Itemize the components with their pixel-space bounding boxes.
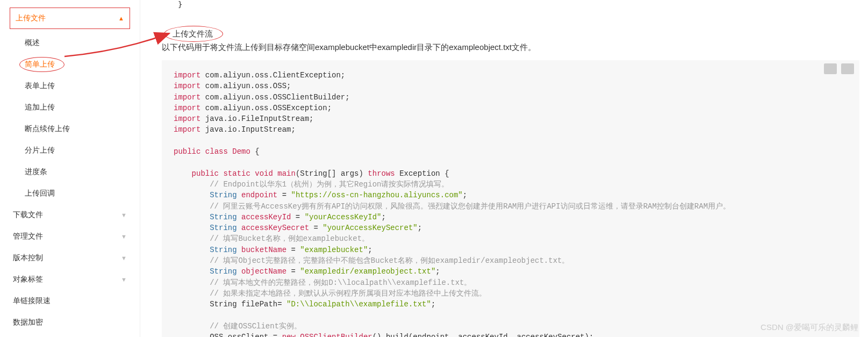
chevron-up-icon: ▲ bbox=[118, 15, 124, 21]
nav-item-overview[interactable]: 概述 bbox=[0, 32, 140, 54]
code-line bbox=[174, 310, 848, 321]
code-line: import com.aliyun.oss.OSSClientBuilder; bbox=[174, 92, 848, 103]
nav-group-version[interactable]: 版本控制 ▼ bbox=[0, 247, 140, 269]
code-line: import java.io.InputStream; bbox=[174, 124, 848, 135]
section-desc: 以下代码用于将文件流上传到目标存储空间examplebucket中example… bbox=[162, 42, 868, 53]
code-line: String filePath= "D:\\localpath\\example… bbox=[174, 299, 848, 310]
section-title: 上传文件流 bbox=[173, 29, 213, 39]
bullet-icon bbox=[162, 33, 165, 36]
nav-group-download[interactable]: 下载文件 ▼ bbox=[0, 204, 140, 226]
nav-item-append-upload[interactable]: 追加上传 bbox=[0, 97, 140, 118]
sidebar: 上传文件 ▲ 概述 简单上传 表单上传 追加上传 断点续传上传 分片上传 进度条… bbox=[0, 0, 140, 337]
code-line: import java.io.FileInputStream; bbox=[174, 113, 848, 124]
code-actions bbox=[824, 63, 854, 74]
code-line: // 填写Object完整路径，完整路径中不能包含Bucket名称，例如exam… bbox=[174, 255, 848, 266]
nav-sub-upload: 概述 简单上传 表单上传 追加上传 断点续传上传 分片上传 进度条 上传回调 bbox=[0, 32, 140, 204]
code-line: // 填写本地文件的完整路径，例如D:\\localpath\\examplef… bbox=[174, 277, 848, 288]
code-line: String accessKeyId = "yourAccessKeyId"; bbox=[174, 212, 848, 223]
code-line: // 如果未指定本地路径，则默认从示例程序所属项目对应本地路径中上传文件流。 bbox=[174, 288, 848, 299]
section-header: 上传文件流 bbox=[162, 29, 868, 39]
nav-item-callback[interactable]: 上传回调 bbox=[0, 183, 140, 204]
nav-group-encrypt[interactable]: 数据加密 bbox=[0, 312, 140, 333]
nav-group-upload-label: 上传文件 bbox=[16, 13, 46, 23]
code-line bbox=[174, 135, 848, 146]
code-line: import com.aliyun.oss.OSSException; bbox=[174, 103, 848, 113]
nav-item-form-upload[interactable]: 表单上传 bbox=[0, 75, 140, 97]
code-block: import com.aliyun.oss.ClientException; i… bbox=[162, 60, 859, 337]
chevron-down-icon: ▼ bbox=[121, 255, 127, 261]
chevron-down-icon: ▼ bbox=[121, 233, 127, 240]
prev-code-end: } bbox=[162, 0, 868, 13]
nav-group-upload[interactable]: 上传文件 ▲ bbox=[10, 8, 130, 29]
code-line: OSS ossClient = new OSSClientBuilder().b… bbox=[174, 332, 848, 337]
code-line: import com.aliyun.oss.ClientException; bbox=[174, 70, 848, 81]
nav-item-multipart-upload[interactable]: 分片上传 bbox=[0, 140, 140, 161]
code-line: // Endpoint以华东1（杭州）为例，其它Region请按实际情况填写。 bbox=[174, 179, 848, 190]
nav-item-simple-upload[interactable]: 简单上传 bbox=[0, 54, 140, 75]
chevron-down-icon: ▼ bbox=[121, 276, 127, 283]
nav-group-manage[interactable]: 管理文件 ▼ bbox=[0, 226, 140, 247]
nav-group-tag[interactable]: 对象标签 ▼ bbox=[0, 269, 140, 290]
code-line: public static void main(String[] args) t… bbox=[174, 168, 848, 179]
code-line: // 创建OSSClient实例。 bbox=[174, 321, 848, 332]
nav-group-speed[interactable]: 单链接限速 bbox=[0, 290, 140, 312]
code-line: String objectName = "exampledir/exampleo… bbox=[174, 266, 848, 277]
code-line bbox=[174, 157, 848, 168]
code-line: public class Demo { bbox=[174, 146, 848, 157]
copy-button[interactable] bbox=[841, 63, 854, 74]
chevron-down-icon: ▼ bbox=[121, 212, 127, 218]
code-line: // 填写Bucket名称，例如examplebucket。 bbox=[174, 233, 848, 244]
code-line: // 阿里云账号AccessKey拥有所有API的访问权限，风险很高。强烈建议您… bbox=[174, 201, 848, 212]
code-line: String bucketName = "examplebucket"; bbox=[174, 245, 848, 255]
code-line: String endpoint = "https://oss-cn-hangzh… bbox=[174, 190, 848, 200]
nav-item-progress[interactable]: 进度条 bbox=[0, 161, 140, 183]
content: } 上传文件流 以下代码用于将文件流上传到目标存储空间examplebucket… bbox=[140, 0, 868, 337]
toggle-theme-button[interactable] bbox=[824, 63, 837, 74]
code-line: String accessKeySecret = "yourAccessKeyS… bbox=[174, 223, 848, 233]
code-line: import com.aliyun.oss.OSS; bbox=[174, 81, 848, 91]
nav-item-resume-upload[interactable]: 断点续传上传 bbox=[0, 118, 140, 140]
